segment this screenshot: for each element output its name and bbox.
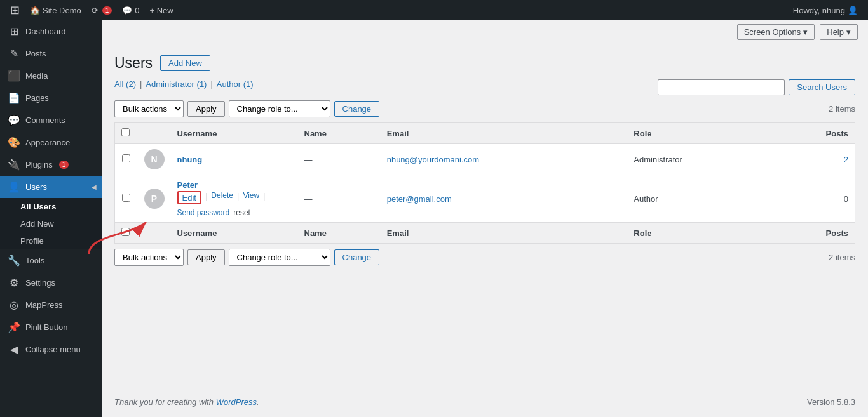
media-icon: ⬛	[8, 70, 20, 82]
help-label: Help	[827, 27, 844, 37]
delete-link-peter[interactable]: Delete	[211, 191, 233, 204]
sidebar-item-users[interactable]: 👤 Users ◀	[0, 176, 102, 198]
appearance-icon: 🎨	[8, 136, 20, 149]
sidebar-item-label: Comments	[25, 116, 65, 125]
comments-icon: 💬	[122, 6, 132, 15]
add-new-button[interactable]: Add New	[160, 55, 210, 71]
sidebar-item-pinit[interactable]: 📌 Pinlt Button	[0, 316, 102, 338]
filter-all[interactable]: All (2)	[114, 79, 136, 89]
sidebar-item-mappress[interactable]: ◎ MapPress	[0, 294, 102, 316]
view-link-peter[interactable]: View	[243, 191, 259, 204]
screen-options-label: Screen Options	[744, 27, 801, 37]
footer-select-all-checkbox[interactable]	[121, 228, 130, 236]
sidebar-item-media[interactable]: ⬛ Media	[0, 65, 102, 87]
bulk-actions-bottom: Bulk actions Apply Change role to... Cha…	[102, 249, 868, 271]
footer-text-label: Thank you for creating with	[114, 397, 214, 407]
action-sep: |	[205, 191, 207, 204]
author-count: (1)	[243, 79, 254, 89]
all-label: All	[114, 79, 123, 89]
items-count-top: 2 items	[829, 104, 855, 114]
filter-links: All (2) | Administrator (1) | Author (1)	[114, 79, 254, 89]
footer-wp-link[interactable]: WordPress	[216, 397, 257, 407]
page-title: Users	[114, 55, 153, 72]
row-actions-peter: Edit | Delete | View | Send password res…	[177, 191, 292, 217]
table-footer-header-row: Username Name Email Role Posts	[115, 223, 855, 244]
user-avatar-icon: 👤	[848, 6, 858, 15]
change-role-button-top[interactable]: Change	[334, 101, 380, 117]
email-link-nhung[interactable]: nhung@yourdomani.com	[387, 155, 479, 164]
row-role-peter: Author	[627, 175, 771, 223]
sidebar-item-plugins[interactable]: 🔌 Plugins 1	[0, 154, 102, 176]
sidebar-item-label: Pages	[25, 93, 49, 103]
col-header-checkbox	[115, 123, 138, 144]
filter-author[interactable]: Author (1)	[217, 79, 254, 89]
dashboard-icon: ⊞	[8, 25, 20, 37]
bulk-apply-button-bottom[interactable]: Apply	[187, 249, 225, 265]
sidebar-menu: ⊞ Dashboard ✎ Posts ⬛ Media 📄 Pages 💬 Co…	[0, 20, 102, 361]
change-role-select-top[interactable]: Change role to...	[229, 100, 330, 117]
sidebar-item-tools[interactable]: 🔧 Tools	[0, 249, 102, 272]
col-footer-username: Username	[171, 223, 298, 244]
all-users-label: All Users	[20, 202, 56, 211]
site-home-icon: 🏠	[30, 6, 40, 15]
collapse-label: Collapse menu	[25, 345, 81, 354]
filter-sep-1: |	[140, 79, 142, 89]
admin-count: (1)	[197, 79, 207, 89]
adminbar-howdy[interactable]: Howdy, nhung 👤	[788, 0, 863, 20]
sidebar-item-collapse[interactable]: ◀ Collapse menu	[0, 338, 102, 361]
search-users-input[interactable]	[658, 79, 785, 95]
row-checkbox[interactable]	[122, 194, 130, 202]
sidebar-item-appearance[interactable]: 🎨 Appearance	[0, 131, 102, 154]
pages-icon: 📄	[8, 92, 20, 104]
page-header: Users Add New	[102, 44, 868, 79]
profile-label: Profile	[20, 236, 44, 246]
adminbar-wp-logo[interactable]: ⊞	[5, 0, 25, 20]
change-role-button-bottom[interactable]: Change	[334, 249, 380, 265]
sidebar-subitem-add-new[interactable]: Add New	[0, 215, 102, 232]
row-role-nhung: Administrator	[627, 144, 771, 175]
edit-button-peter[interactable]: Edit	[177, 191, 201, 204]
adminbar-new[interactable]: + New	[145, 0, 179, 20]
sidebar-item-label: Plugins	[25, 160, 53, 169]
username-link-peter[interactable]: Peter	[177, 180, 198, 190]
tools-icon: 🔧	[8, 255, 20, 267]
posts-link-nhung[interactable]: 2	[844, 155, 848, 164]
users-table-wrap: Username Name Email Role Posts N	[102, 122, 868, 244]
posts-icon: ✎	[8, 48, 20, 60]
sidebar-subitem-all-users[interactable]: All Users	[0, 198, 102, 215]
sidebar-item-comments[interactable]: 💬 Comments	[0, 109, 102, 131]
sidebar-item-dashboard[interactable]: ⊞ Dashboard	[0, 20, 102, 43]
sidebar-item-settings[interactable]: ⚙ Settings	[0, 272, 102, 294]
email-link-peter[interactable]: peter@gmail.com	[387, 194, 452, 204]
adminbar-updates[interactable]: ⟳ 1	[86, 0, 118, 20]
plugins-badge: 1	[59, 161, 69, 169]
row-checkbox[interactable]	[122, 154, 130, 162]
help-button[interactable]: Help ▾	[820, 24, 858, 40]
sidebar-item-posts[interactable]: ✎ Posts	[0, 43, 102, 65]
search-users-button[interactable]: Search Users	[789, 79, 855, 95]
adminbar-site-name[interactable]: 🏠 Site Demo	[25, 0, 86, 20]
adminbar-comments[interactable]: 💬 0	[117, 0, 144, 20]
col-header-avatar	[138, 123, 171, 144]
change-role-select-bottom[interactable]: Change role to...	[229, 249, 330, 266]
screen-options-button[interactable]: Screen Options ▾	[737, 24, 815, 40]
bulk-actions-select-bottom[interactable]: Bulk actions	[114, 249, 184, 266]
site-name-label: Site Demo	[43, 6, 81, 15]
search-users-area: Search Users	[658, 79, 855, 95]
reset-label: reset	[233, 208, 250, 217]
select-all-checkbox[interactable]	[121, 128, 130, 136]
bulk-actions-select-top[interactable]: Bulk actions	[114, 100, 184, 117]
row-posts-peter: 0	[771, 175, 855, 223]
bulk-apply-button-top[interactable]: Apply	[187, 101, 225, 117]
new-label: + New	[150, 6, 173, 15]
main-content: Screen Options ▾ Help ▾ Users Add New Al…	[102, 20, 868, 417]
send-password-link-peter[interactable]: Send password	[177, 208, 230, 217]
users-arrow-icon: ◀	[92, 183, 97, 190]
row-username-nhung: nhung	[171, 144, 298, 175]
sidebar-item-pages[interactable]: 📄 Pages	[0, 87, 102, 109]
sidebar-subitem-profile[interactable]: Profile	[0, 232, 102, 249]
sidebar-item-label: Appearance	[25, 138, 70, 147]
row-email-nhung: nhung@yourdomani.com	[381, 144, 628, 175]
filter-administrator[interactable]: Administrator (1)	[146, 79, 207, 89]
username-link-nhung[interactable]: nhung	[177, 155, 203, 164]
